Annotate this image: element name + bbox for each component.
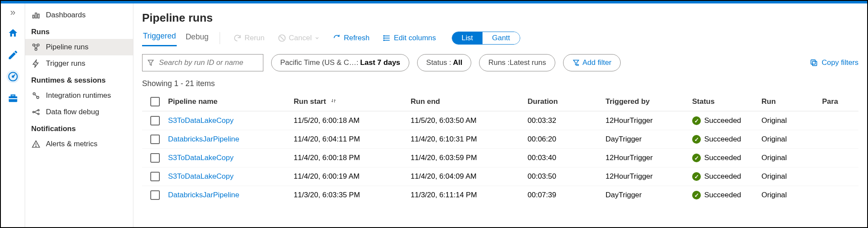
rerun-icon <box>233 34 242 42</box>
view-list-button[interactable]: List <box>452 32 483 44</box>
col-parameters[interactable]: Para <box>822 97 848 106</box>
page-title: Pipeline runs <box>142 11 858 25</box>
row-checkbox[interactable] <box>150 135 160 144</box>
cell-run: Original <box>761 116 822 125</box>
tab-triggered[interactable]: Triggered <box>142 30 177 46</box>
pipeline-name-link[interactable]: S3ToDataLakeCopy <box>168 116 233 125</box>
col-triggered-by[interactable]: Triggered by <box>606 97 692 106</box>
cell-status: Succeeded <box>704 172 741 181</box>
sidebar-item-dataflow-debug[interactable]: Data flow debug <box>25 104 133 120</box>
pipeline-name-link[interactable]: S3ToDataLakeCopy <box>168 154 233 162</box>
sidebar-item-pipeline-runs[interactable]: Pipeline runs <box>25 39 133 55</box>
home-icon[interactable] <box>6 27 19 40</box>
cell-run: Original <box>761 154 822 162</box>
chevron-down-icon <box>314 35 320 41</box>
svg-line-19 <box>280 36 284 40</box>
sidebar-item-label: Data flow debug <box>46 108 99 116</box>
row-checkbox[interactable] <box>150 172 160 181</box>
cell-run: Original <box>761 191 822 199</box>
svg-point-17 <box>36 146 36 146</box>
author-pencil-icon[interactable] <box>6 48 19 61</box>
rail-collapse-button[interactable]: » <box>10 7 15 18</box>
svg-point-24 <box>384 38 385 39</box>
svg-point-23 <box>384 35 385 36</box>
manage-toolbox-icon[interactable] <box>6 92 19 105</box>
refresh-button[interactable]: Refresh <box>330 32 372 44</box>
cell-run-start: 11/4/20, 6:00:18 PM <box>294 154 411 162</box>
tab-debug[interactable]: Debug <box>185 31 209 46</box>
sidebar-item-alerts-metrics[interactable]: Alerts & metrics <box>25 136 133 152</box>
dataflow-debug-icon <box>31 107 41 117</box>
sidebar-item-label: Integration runtimes <box>46 91 111 100</box>
table-row: S3ToDataLakeCopy 11/4/20, 6:00:18 PM 11/… <box>142 148 858 167</box>
refresh-label: Refresh <box>344 34 370 42</box>
col-run[interactable]: Run <box>761 97 822 106</box>
cancel-button[interactable]: Cancel <box>275 32 322 44</box>
monitor-gauge-icon[interactable] <box>6 70 19 83</box>
success-icon: ✓ <box>692 154 701 162</box>
table-row: DatabricksJarPipeline 11/4/20, 6:04:11 P… <box>142 130 858 148</box>
svg-rect-6 <box>35 13 36 18</box>
pipeline-name-link[interactable]: DatabricksJarPipeline <box>168 135 239 143</box>
sidebar-item-label: Pipeline runs <box>46 43 88 51</box>
copy-icon <box>810 58 818 67</box>
svg-marker-26 <box>148 60 153 65</box>
filter-tz-label: Pacific Time (US & C… <box>280 58 356 67</box>
svg-rect-30 <box>813 61 817 66</box>
cell-triggered-by: 12HourTrigger <box>606 172 692 181</box>
add-filter-label: Add filter <box>583 58 612 67</box>
trigger-runs-icon <box>31 59 41 68</box>
edit-columns-button[interactable]: Edit columns <box>380 32 438 44</box>
copy-filters-button[interactable]: Copy filters <box>810 58 858 67</box>
col-pipeline-name[interactable]: Pipeline name <box>168 97 294 106</box>
row-checkbox[interactable] <box>150 116 160 125</box>
cell-run-end: 11/4/20, 6:10:31 PM <box>411 135 528 144</box>
filter-timerange[interactable]: Pacific Time (US & C… : Last 7 days <box>271 54 409 71</box>
svg-rect-4 <box>9 98 17 99</box>
svg-rect-3 <box>11 95 15 96</box>
copy-filters-label: Copy filters <box>822 58 858 67</box>
view-gantt-button[interactable]: Gantt <box>483 32 520 44</box>
cell-triggered-by: DayTrigger <box>606 135 692 144</box>
sidebar-section-runtimes: Runtimes & sessions <box>25 72 133 87</box>
table-row: DatabricksJarPipeline 11/3/20, 6:03:35 P… <box>142 186 858 204</box>
cell-run-end: 11/4/20, 6:03:59 PM <box>411 154 528 162</box>
cancel-icon <box>278 34 286 42</box>
sidebar-item-integration-runtimes[interactable]: Integration runtimes <box>25 87 133 104</box>
search-box[interactable] <box>142 54 263 71</box>
filter-runs[interactable]: Runs : Latest runs <box>479 54 555 71</box>
rerun-button[interactable]: Rerun <box>230 32 267 44</box>
success-icon: ✓ <box>692 172 701 181</box>
col-status[interactable]: Status <box>692 97 761 106</box>
col-duration[interactable]: Duration <box>528 97 606 106</box>
search-input[interactable] <box>158 58 259 67</box>
row-checkbox[interactable] <box>150 153 160 163</box>
col-run-end[interactable]: Run end <box>411 97 528 106</box>
col-run-start[interactable]: Run start <box>294 97 411 106</box>
cell-duration: 00:06:20 <box>528 135 606 144</box>
cell-run-start: 11/4/20, 6:00:19 AM <box>294 172 411 181</box>
cell-status: Succeeded <box>704 135 741 144</box>
cell-run-start: 11/3/20, 6:03:35 PM <box>294 191 411 199</box>
svg-rect-2 <box>9 96 17 102</box>
add-filter-button[interactable]: Add filter <box>563 54 621 71</box>
cell-run-end: 11/3/20, 6:11:14 PM <box>411 191 528 199</box>
success-icon: ✓ <box>692 191 701 199</box>
main-content: Pipeline runs Triggered Debug Rerun Canc… <box>133 3 867 227</box>
row-checkbox[interactable] <box>150 190 160 200</box>
filter-icon <box>147 59 155 67</box>
cell-run-start: 11/5/20, 6:00:18 AM <box>294 116 411 125</box>
separator <box>220 32 220 44</box>
cell-status: Succeeded <box>704 154 741 162</box>
filter-runs-label: Runs : <box>488 58 509 67</box>
filter-status[interactable]: Status : All <box>417 54 471 71</box>
refresh-icon <box>333 34 341 42</box>
table-header: Pipeline name Run start Run end Duration… <box>142 93 858 111</box>
sidebar-item-trigger-runs[interactable]: Trigger runs <box>25 55 133 72</box>
pipeline-name-link[interactable]: S3ToDataLakeCopy <box>168 172 233 180</box>
svg-rect-31 <box>811 60 815 64</box>
sort-icon <box>330 98 337 104</box>
sidebar-item-dashboards[interactable]: Dashboards <box>25 7 133 23</box>
pipeline-name-link[interactable]: DatabricksJarPipeline <box>168 191 239 199</box>
select-all-checkbox[interactable] <box>150 97 160 106</box>
